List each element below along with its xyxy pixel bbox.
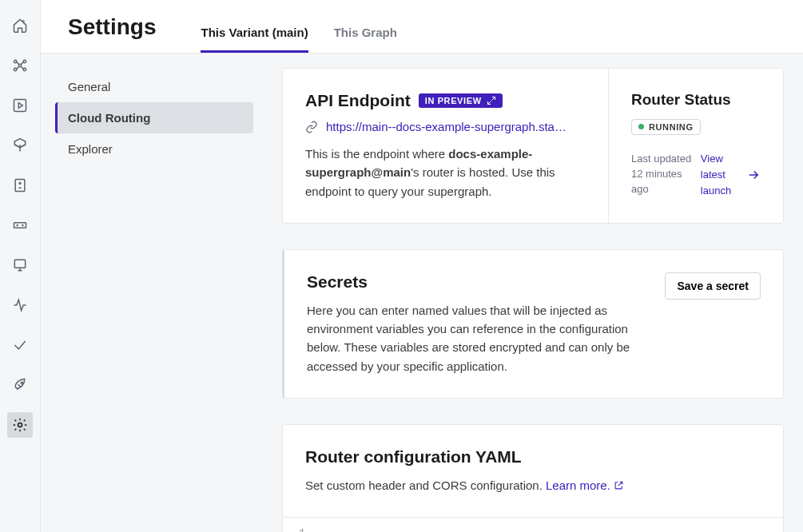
- svg-point-3: [23, 68, 26, 70]
- svg-point-8: [17, 225, 18, 226]
- page-header: Settings This Variant (main) This Graph: [41, 0, 803, 54]
- sidebar-item-general[interactable]: General: [55, 71, 253, 102]
- svg-point-11: [21, 382, 23, 384]
- learn-more-link[interactable]: Learn more.: [546, 476, 624, 494]
- tab-this-graph[interactable]: This Graph: [334, 26, 397, 53]
- router-config-card: Router configuration YAML Set custom hea…: [282, 424, 784, 532]
- graph-icon[interactable]: [7, 53, 33, 78]
- settings-icon[interactable]: [7, 412, 33, 438]
- svg-point-4: [18, 64, 21, 66]
- home-icon[interactable]: [7, 13, 33, 38]
- launch-icon[interactable]: [7, 372, 33, 398]
- diff-icon[interactable]: [7, 173, 33, 198]
- endpoint-description: This is the endpoint where docs-example-…: [305, 145, 586, 200]
- line-numbers: 123: [299, 527, 323, 532]
- secrets-card: Secrets Here you can enter named values …: [282, 249, 784, 399]
- tab-this-variant[interactable]: This Variant (main): [201, 26, 308, 53]
- left-nav-rail: [0, 0, 41, 532]
- status-dot-icon: [638, 124, 644, 129]
- play-icon[interactable]: [7, 93, 33, 118]
- status-badge: RUNNING: [631, 119, 701, 135]
- endpoint-url[interactable]: https://main--docs-example-supergraph.st…: [326, 120, 566, 133]
- save-secret-button[interactable]: Save a secret: [665, 272, 761, 300]
- code-content: headers: subgraphs:: [323, 527, 767, 532]
- check-icon[interactable]: [7, 332, 33, 358]
- sidebar-item-explorer[interactable]: Explorer: [55, 133, 253, 165]
- api-endpoint-card: API Endpoint IN PREVIEW https://main--do…: [282, 68, 784, 224]
- clients-icon[interactable]: [7, 252, 33, 278]
- yaml-editor[interactable]: 123 headers: subgraphs:: [283, 518, 783, 532]
- last-updated: Last updated 12 minutes ago: [631, 152, 694, 197]
- svg-point-2: [14, 68, 17, 70]
- svg-point-0: [14, 60, 17, 62]
- view-latest-launch-link[interactable]: View latest launch: [701, 151, 740, 199]
- router-config-title: Router configuration YAML: [305, 447, 761, 466]
- secrets-title: Secrets: [307, 272, 649, 292]
- cube-icon[interactable]: [7, 133, 33, 158]
- sidebar-item-cloud-routing[interactable]: Cloud Routing: [55, 102, 253, 133]
- router-status-title: Router Status: [631, 91, 761, 109]
- svg-point-1: [23, 60, 26, 62]
- page-title: Settings: [68, 14, 156, 53]
- content-area: API Endpoint IN PREVIEW https://main--do…: [268, 54, 803, 532]
- svg-rect-7: [14, 223, 26, 228]
- settings-sidebar: General Cloud Routing Explorer: [41, 54, 268, 532]
- tabs: This Variant (main) This Graph: [201, 26, 396, 53]
- api-endpoint-title: API Endpoint: [305, 91, 411, 110]
- svg-rect-6: [15, 180, 25, 192]
- svg-rect-10: [14, 260, 25, 268]
- fields-icon[interactable]: [7, 212, 33, 238]
- expand-icon: [487, 96, 496, 105]
- activity-icon[interactable]: [7, 292, 33, 318]
- preview-badge[interactable]: IN PREVIEW: [419, 93, 503, 108]
- external-link-icon: [614, 480, 624, 490]
- svg-rect-5: [14, 100, 26, 112]
- arrow-right-icon[interactable]: [746, 168, 761, 182]
- router-config-description: Set custom header and CORS configuration…: [305, 478, 546, 492]
- link-icon: [305, 121, 318, 133]
- svg-point-12: [18, 423, 22, 427]
- secrets-description: Here you can enter named values that wil…: [307, 301, 649, 375]
- svg-point-9: [22, 225, 23, 226]
